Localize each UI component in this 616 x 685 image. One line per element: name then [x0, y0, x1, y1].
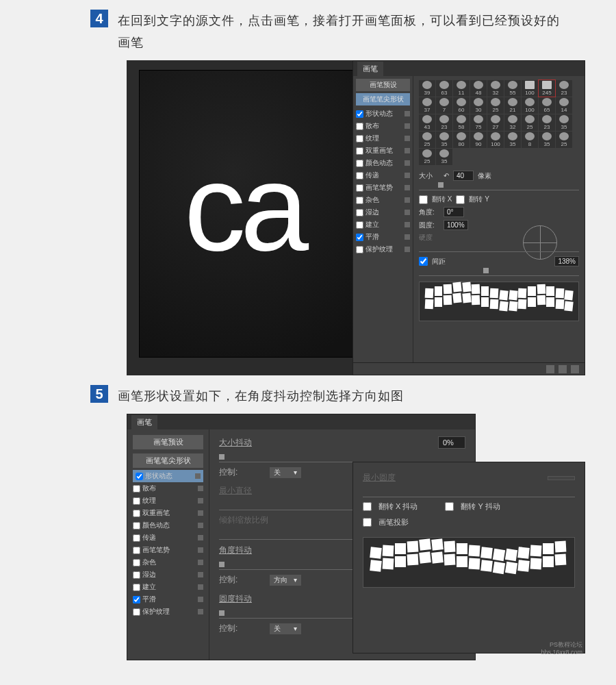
brush-thumb[interactable]: 100 [522, 80, 538, 97]
brush-thumb[interactable]: 25 [556, 132, 572, 148]
angle-value[interactable]: 0° [444, 207, 464, 217]
toggle-icon[interactable] [546, 365, 554, 373]
flipy-check[interactable] [456, 195, 465, 204]
trash-icon[interactable] [571, 365, 579, 373]
brush-thumb[interactable]: 55 [504, 80, 521, 97]
opt-build[interactable]: 建立 [356, 219, 410, 231]
p2-dual-check[interactable] [133, 510, 140, 517]
p2-smooth-check[interactable] [133, 596, 140, 603]
brush-thumb[interactable]: 63 [436, 80, 452, 97]
opt-transfer[interactable]: 传递 [356, 169, 410, 182]
brush-thumb[interactable]: 35 [539, 132, 555, 148]
roundness-value[interactable]: 100% [444, 220, 468, 230]
build-check[interactable] [356, 221, 363, 229]
opt-smooth[interactable]: 平滑 [356, 231, 410, 243]
brush-thumb[interactable]: 35 [436, 132, 452, 148]
flipx-jitter-check[interactable] [363, 502, 372, 511]
brush-thumb[interactable]: 23 [436, 114, 452, 131]
hardness-slider[interactable] [419, 245, 579, 252]
p2-transfer[interactable]: 传递 [133, 532, 203, 544]
opt-protect[interactable]: 保护纹理 [356, 243, 410, 256]
opt-scatter[interactable]: 散布 [356, 120, 410, 132]
brush-thumb[interactable]: 25 [419, 149, 435, 165]
p2-scatter-check[interactable] [133, 485, 140, 493]
p2-pose-check[interactable] [133, 547, 140, 554]
brush-thumb[interactable]: 39 [419, 80, 435, 97]
brush-thumb[interactable]: 27 [487, 114, 504, 131]
p2-noise[interactable]: 杂色 [133, 556, 203, 569]
brush-proj-check[interactable] [363, 518, 372, 527]
pose-check[interactable] [356, 184, 363, 192]
opt-wet[interactable]: 湿边 [356, 206, 410, 219]
p2-noise-check[interactable] [133, 559, 140, 566]
opt-shape-dynamics[interactable]: 形状动态 [356, 108, 410, 120]
p2-shape-dyn-check[interactable] [136, 473, 143, 480]
opt-pose[interactable]: 画笔笔势 [356, 182, 410, 194]
brush-thumb[interactable]: 65 [539, 97, 555, 114]
noise-check[interactable] [356, 197, 363, 204]
spacing-check[interactable] [419, 257, 428, 266]
p2-tip-shape-btn[interactable]: 画笔笔尖形状 [133, 453, 203, 468]
p2-protect[interactable]: 保护纹理 [133, 606, 203, 618]
spacing-value[interactable]: 138% [554, 256, 579, 266]
angle-widget[interactable] [523, 225, 557, 260]
p2-build-check[interactable] [133, 584, 140, 591]
brush-thumb[interactable]: 11 [453, 80, 470, 97]
round-control-dropdown[interactable]: 关▾ [270, 623, 301, 634]
p2-scatter[interactable]: 散布 [133, 482, 203, 495]
brush-thumb[interactable]: 14 [556, 97, 572, 114]
p2-presets-btn[interactable]: 画笔预设 [133, 435, 203, 449]
size-slider[interactable] [419, 184, 579, 190]
p2-pose[interactable]: 画笔笔势 [133, 544, 203, 556]
spacing-slider[interactable] [419, 269, 579, 276]
brush-thumb[interactable]: 100 [487, 132, 504, 148]
brush-thumb[interactable]: 37 [419, 97, 435, 114]
brush-thumb[interactable]: 21 [504, 97, 521, 114]
angle-control-dropdown[interactable]: 方向▾ [270, 575, 301, 586]
brush-thumb[interactable]: 43 [419, 114, 435, 131]
brush-thumb[interactable]: 48 [470, 80, 487, 97]
size-jitter-value[interactable]: 0% [438, 436, 465, 449]
p2-color-dyn[interactable]: 颜色动态 [133, 519, 203, 532]
transfer-check[interactable] [356, 172, 363, 179]
brush-thumbnails-grid[interactable]: 3963114832551002452337760302521100651443… [419, 80, 579, 165]
brush-tab[interactable]: 画笔 [357, 62, 383, 76]
texture-check[interactable] [356, 135, 363, 142]
p2-dual[interactable]: 双重画笔 [133, 507, 203, 519]
brush-thumb[interactable]: 23 [539, 114, 555, 131]
brush-thumb[interactable]: 7 [436, 97, 452, 114]
opt-color-dyn[interactable]: 颜色动态 [356, 157, 410, 169]
brush-thumb[interactable]: 32 [504, 114, 521, 131]
p2-build[interactable]: 建立 [133, 581, 203, 593]
p2-protect-check[interactable] [133, 608, 140, 616]
p2-texture[interactable]: 纹理 [133, 495, 203, 507]
new-icon[interactable] [559, 365, 567, 373]
brush-thumb[interactable]: 75 [470, 114, 487, 131]
brush-thumb[interactable]: 100 [522, 97, 538, 114]
flip-reset-icon[interactable]: ↶ [444, 172, 449, 179]
brush-thumb[interactable]: 25 [487, 97, 504, 114]
smooth-check[interactable] [356, 234, 363, 241]
brush-thumb[interactable]: 25 [522, 114, 538, 131]
brush-thumb[interactable]: 35 [436, 149, 452, 165]
brush-thumb[interactable]: 35 [504, 132, 521, 148]
p2-smooth[interactable]: 平滑 [133, 593, 203, 606]
color-dyn-check[interactable] [356, 160, 363, 167]
brush-thumb[interactable]: 25 [419, 132, 435, 148]
brush-thumb[interactable]: 60 [453, 97, 470, 114]
brush-thumb[interactable]: 32 [487, 80, 504, 97]
protect-check[interactable] [356, 246, 363, 253]
size-control-dropdown[interactable]: 关▾ [270, 467, 301, 478]
opt-texture[interactable]: 纹理 [356, 132, 410, 145]
shape-dyn-check[interactable] [356, 110, 363, 118]
brush-thumb[interactable]: 90 [470, 132, 487, 148]
opt-noise[interactable]: 杂色 [356, 194, 410, 206]
opt-dual[interactable]: 双重画笔 [356, 145, 410, 157]
scatter-check[interactable] [356, 123, 363, 130]
flipx-check[interactable] [419, 195, 428, 204]
brush-thumb[interactable]: 35 [556, 114, 572, 131]
p2-wet[interactable]: 湿边 [133, 569, 203, 581]
brush-thumb[interactable]: 30 [470, 97, 487, 114]
size-value[interactable]: 40 [453, 171, 474, 181]
brush-thumb[interactable]: 245 [539, 80, 555, 97]
